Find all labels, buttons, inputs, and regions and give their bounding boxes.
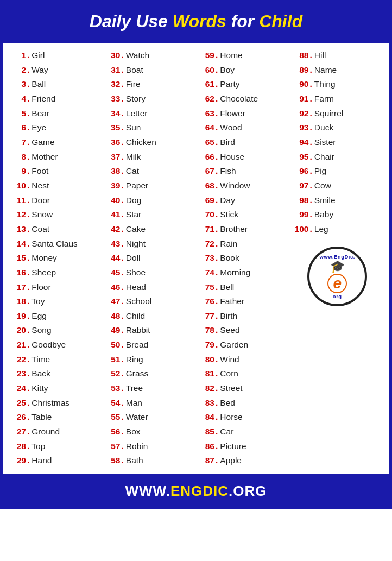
list-item: 8.Mother xyxy=(10,150,100,165)
header: Daily Use Words for Child xyxy=(2,2,390,41)
list-item: 74.Morning xyxy=(198,266,288,280)
word-label: Milk xyxy=(126,150,141,165)
list-item: 90.Thing xyxy=(293,77,383,92)
list-item: 27.Ground xyxy=(10,425,100,439)
word-number: 36 xyxy=(104,135,121,150)
word-label: Pig xyxy=(314,164,326,179)
list-item: 78.Seed xyxy=(198,323,288,338)
word-label: Street xyxy=(220,381,242,396)
word-number: 92 xyxy=(293,106,309,121)
word-number: 22 xyxy=(10,352,26,367)
list-item: 81.Corn xyxy=(198,367,288,381)
word-number: 53 xyxy=(104,381,121,396)
word-dot: . xyxy=(122,352,124,367)
word-dot: . xyxy=(216,193,218,208)
list-item: 22.Time xyxy=(10,352,100,367)
list-item: 99.Baby xyxy=(293,207,383,222)
footer-white1: WWW. xyxy=(125,483,170,499)
word-number: 12 xyxy=(10,207,26,222)
word-dot: . xyxy=(27,439,29,454)
list-item: 14.Santa Claus xyxy=(10,237,100,251)
word-dot: . xyxy=(216,323,218,338)
word-label: Back xyxy=(31,367,50,381)
word-number: 29 xyxy=(10,453,26,468)
word-number: 70 xyxy=(198,207,214,222)
word-dot: . xyxy=(122,410,124,425)
list-item: 60.Boy xyxy=(198,63,288,78)
word-dot: . xyxy=(27,251,29,266)
word-dot: . xyxy=(216,309,218,324)
word-number: 17 xyxy=(10,280,26,295)
word-label: Sun xyxy=(126,121,141,135)
list-item: 97.Cow xyxy=(293,179,383,193)
word-label: Bird xyxy=(220,135,235,150)
word-label: Coat xyxy=(31,222,49,237)
word-dot: . xyxy=(27,381,29,396)
footer-text: WWW.ENGDIC.ORG xyxy=(7,483,385,500)
word-label: Smile xyxy=(314,193,336,208)
list-item: 55.Water xyxy=(104,410,194,425)
word-label: Sister xyxy=(314,135,336,150)
word-dot: . xyxy=(27,266,29,280)
word-label: Day xyxy=(220,193,235,208)
word-number: 54 xyxy=(104,396,121,411)
word-label: Money xyxy=(31,251,57,266)
word-number: 79 xyxy=(198,338,214,352)
word-label: Ring xyxy=(126,352,143,367)
list-item: 93.Duck xyxy=(293,121,383,135)
list-item: 45.Shoe xyxy=(104,266,194,280)
word-dot: . xyxy=(27,396,29,411)
list-item: 83.Bed xyxy=(198,396,288,411)
word-number: 71 xyxy=(198,222,214,237)
word-label: Story xyxy=(126,92,146,106)
word-number: 37 xyxy=(104,150,121,165)
word-label: Time xyxy=(31,352,50,367)
list-item: 77.Birth xyxy=(198,309,288,324)
list-item: 100.Leg xyxy=(293,222,383,237)
list-item: 29.Hand xyxy=(10,453,100,468)
list-item: 9.Foot xyxy=(10,164,100,179)
word-label: Paper xyxy=(126,179,148,193)
list-item: 89.Name xyxy=(293,63,383,78)
word-number: 33 xyxy=(104,92,121,106)
list-item: 58.Bath xyxy=(104,453,194,468)
logo-area: www.EngDic. 🎓 e org xyxy=(293,237,383,306)
list-item: 49.Rabbit xyxy=(104,323,194,338)
list-item: 20.Song xyxy=(10,323,100,338)
list-item: 17.Floor xyxy=(10,280,100,295)
word-number: 80 xyxy=(198,352,214,367)
word-label: Santa Claus xyxy=(31,237,77,251)
word-label: Door xyxy=(31,193,50,208)
list-item: 92.Squirrel xyxy=(293,106,383,121)
word-number: 99 xyxy=(293,207,309,222)
word-number: 73 xyxy=(198,251,214,266)
word-dot: . xyxy=(27,193,29,208)
word-dot: . xyxy=(216,410,218,425)
word-number: 58 xyxy=(104,453,121,468)
column-3: 59.Home60.Boy61.Party62.Chocolate63.Flow… xyxy=(196,48,290,468)
word-number: 9 xyxy=(10,164,26,179)
word-dot: . xyxy=(310,207,312,222)
list-item: 72.Rain xyxy=(198,237,288,251)
list-item: 84.Horse xyxy=(198,410,288,425)
list-item: 44.Doll xyxy=(104,251,194,266)
word-number: 67 xyxy=(198,164,214,179)
word-dot: . xyxy=(27,222,29,237)
word-dot: . xyxy=(27,410,29,425)
list-item: 32.Fire xyxy=(104,77,194,92)
word-label: Name xyxy=(314,63,337,78)
word-dot: . xyxy=(27,179,29,193)
word-dot: . xyxy=(216,439,218,454)
word-dot: . xyxy=(310,222,312,237)
word-dot: . xyxy=(122,381,124,396)
word-label: Toy xyxy=(31,294,45,309)
word-dot: . xyxy=(216,92,218,106)
word-label: Ball xyxy=(31,77,46,92)
word-number: 66 xyxy=(198,150,214,165)
word-label: School xyxy=(126,294,151,309)
word-label: Child xyxy=(126,309,145,324)
page-title: Daily Use Words for Child xyxy=(7,11,385,31)
word-label: Baby xyxy=(314,207,333,222)
list-item: 61.Party xyxy=(198,77,288,92)
word-dot: . xyxy=(216,164,218,179)
